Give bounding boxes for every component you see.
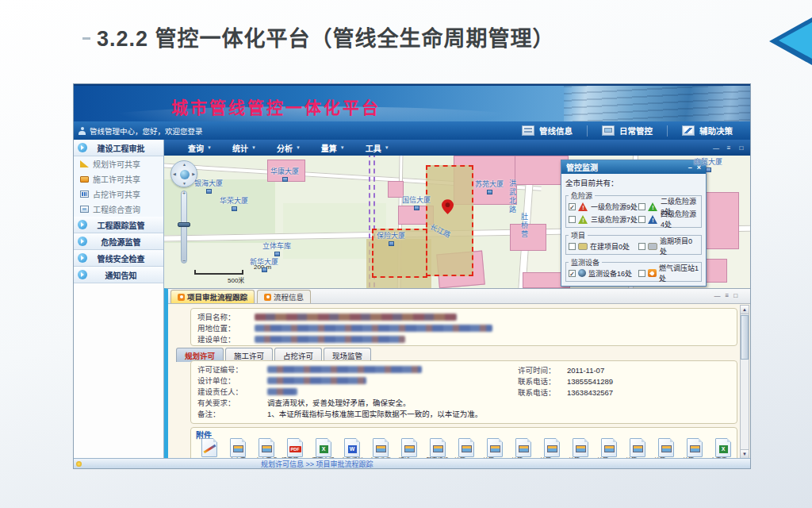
- chart-icon: [80, 190, 89, 198]
- monitor-item[interactable]: 逾期项目0处: [638, 241, 699, 252]
- sidebar: 建设工程审批规划许可共享施工许可共享占挖许可共享工程综合查询工程跟踪监管危险源监…: [74, 140, 164, 460]
- attachment-item[interactable]: 市政收费: [367, 438, 393, 460]
- warning-triangle-icon: !: [578, 214, 588, 224]
- pan-left-icon[interactable]: ◀: [173, 171, 176, 176]
- monitor-item[interactable]: 在建项目0处: [569, 241, 638, 252]
- map-pin-icon[interactable]: [442, 199, 454, 216]
- checkbox[interactable]: [638, 216, 645, 223]
- scroll-down-icon[interactable]: ▼: [741, 449, 749, 458]
- attachment-item[interactable]: X南京市规划局建设: [310, 438, 336, 460]
- top-nav: 管线信息日常管控辅助决策: [508, 121, 747, 140]
- checkbox[interactable]: [638, 203, 645, 210]
- vertical-scrollbar[interactable]: ▲ ▼: [740, 305, 749, 459]
- attachment-item[interactable]: 核算7.jpg: [653, 438, 679, 460]
- checkbox[interactable]: [569, 216, 576, 223]
- permit-fields-right: 许可时间：2011-11-07联系电话：13855541289联系电话：1363…: [518, 364, 613, 398]
- attachment-item[interactable]: 核算4.jpg: [567, 438, 593, 460]
- map-menu-1[interactable]: 统计▼: [232, 142, 256, 154]
- maximize-icon[interactable]: □: [737, 144, 745, 152]
- maximize-icon[interactable]: □: [733, 292, 737, 299]
- panel-minimize-icon[interactable]: –: [688, 164, 692, 171]
- checkbox[interactable]: ✓: [569, 203, 576, 210]
- scrollbar-thumb[interactable]: [741, 315, 749, 360]
- sidebar-item[interactable]: 施工许可共享: [74, 171, 163, 187]
- menu-icon[interactable]: ≡: [725, 292, 729, 299]
- attachment-item[interactable]: 通知.jpg: [396, 438, 422, 460]
- status-icon: [76, 461, 82, 467]
- map-building-label: 新华大厦: [250, 256, 278, 272]
- pan-right-icon[interactable]: ▶: [192, 171, 195, 176]
- field-label: 设计单位：: [197, 375, 267, 386]
- detail-tab-0[interactable]: 项目审批流程跟踪: [170, 290, 255, 303]
- map-menu-4[interactable]: 工具▼: [366, 142, 389, 154]
- map-menu-2[interactable]: 分析▼: [277, 142, 301, 154]
- welcome-bar: 管线管理中心，您好，欢迎您登录: [79, 125, 508, 137]
- top-nav-item-1[interactable]: 日常管控: [588, 125, 667, 137]
- map-menu-3[interactable]: 量算▼: [321, 142, 345, 154]
- menu-icon[interactable]: ≡: [725, 144, 733, 152]
- zoom-in-icon[interactable]: +: [182, 190, 186, 196]
- zoom-out-icon[interactable]: −: [182, 258, 186, 264]
- sidebar-item[interactable]: 工程综合查询: [74, 202, 163, 217]
- permit-info-box: 许可证编号：设计单位：建设责任人：有关要求：调查清现状，妥善处理好矛盾，确保安全…: [190, 360, 737, 424]
- checkbox[interactable]: ✓: [569, 270, 576, 277]
- sidebar-group-header[interactable]: 危险源监管: [74, 233, 163, 250]
- pan-up-icon[interactable]: ▲: [182, 162, 186, 167]
- field-row: 建设责任人：: [197, 386, 730, 397]
- sidebar-item[interactable]: 占挖许可共享: [74, 187, 163, 202]
- map-menu-0[interactable]: 查询▼: [188, 142, 212, 154]
- sidebar-group-header[interactable]: 建设工程审批: [74, 140, 163, 156]
- attachment-item[interactable]: 核算.JPG: [453, 438, 479, 460]
- monitor-item[interactable]: ✓监测设备16处: [569, 267, 638, 279]
- field-label: 许可证编号：: [197, 364, 267, 375]
- attachment-item[interactable]: 核算6.jpg: [624, 438, 650, 460]
- map-menu-label: 查询: [188, 142, 204, 154]
- minimize-icon[interactable]: —: [714, 292, 720, 299]
- map-pan-control[interactable]: ▲ ▼ ◀ ▶: [170, 160, 197, 187]
- attachment-item[interactable]: 核算3.jpg: [538, 438, 565, 460]
- sidebar-group-header[interactable]: 通知告知: [74, 267, 163, 283]
- map-canvas[interactable]: ▲ ▼ ◀ ▶ + − 500米 200 m: [164, 156, 750, 288]
- attachment-item[interactable]: 电力要点: [253, 438, 279, 460]
- attachment-item[interactable]: X自审表.xls: [710, 438, 736, 460]
- checkbox[interactable]: [569, 243, 576, 250]
- building-icon: [282, 177, 288, 182]
- detail-panel: 项目审批流程跟踪流程信息 — ≡ □ 项目名称：用地位置：建设单位： 规划许可施…: [164, 288, 750, 460]
- scroll-up-icon[interactable]: ▲: [741, 306, 749, 314]
- attachment-item[interactable]: 核算1.jpg: [481, 438, 508, 460]
- field-row: 用地位置：: [197, 322, 730, 333]
- sidebar-group-header[interactable]: 管线安全检查: [74, 250, 163, 267]
- field-value: 2011-11-07: [567, 366, 604, 375]
- monitor-item-label: 三级危险源7处: [591, 214, 638, 225]
- attachment-item[interactable]: PDF建字第200103204112176: [282, 438, 308, 460]
- monitor-item[interactable]: !四级危险源4处: [638, 214, 699, 225]
- checkbox[interactable]: [638, 270, 645, 277]
- arrow-icon: [81, 222, 84, 227]
- attachment-item[interactable]: 核算5.jpg: [596, 438, 622, 460]
- attachment-item[interactable]: 新宇组织: [424, 438, 450, 460]
- monitor-item[interactable]: ✓!一级危险源9处: [569, 201, 638, 212]
- minimize-icon[interactable]: —: [712, 144, 720, 152]
- monitor-item[interactable]: 燃气调压站1处: [638, 267, 699, 279]
- attachment-item[interactable]: 核算2.jpg: [510, 438, 536, 460]
- zoom-slider[interactable]: + −: [181, 190, 187, 264]
- attachment-item[interactable]: W市政规划许可证书: [339, 438, 365, 460]
- sidebar-item[interactable]: 规划许可共享: [74, 156, 163, 171]
- redacted-value: [267, 388, 297, 395]
- monitor-item-label: 一级危险源9处: [591, 202, 638, 212]
- checkbox[interactable]: [638, 243, 645, 250]
- top-nav-item-2[interactable]: 辅助决策: [668, 125, 747, 137]
- top-nav-item-0[interactable]: 管线信息: [508, 125, 587, 137]
- attachment-item[interactable]: 11-3309;南京…: [196, 438, 222, 460]
- monitor-group-label: 危险源: [569, 190, 595, 201]
- detail-tab-1[interactable]: 流程信息: [257, 290, 311, 303]
- sidebar-group-header[interactable]: 工程跟踪监管: [74, 217, 163, 233]
- sidebar-item-label: 施工许可共享: [93, 173, 140, 185]
- exclaim-glyph: !: [578, 217, 588, 224]
- zoom-slider-thumb[interactable]: [178, 222, 190, 227]
- attachment-item[interactable]: 电力要: [224, 438, 251, 460]
- attachment-item[interactable]: 核算8.jpg: [681, 438, 707, 460]
- pan-down-icon[interactable]: ▼: [182, 181, 186, 186]
- monitor-item[interactable]: !三级危险源7处: [569, 214, 638, 225]
- archive-icon: [522, 125, 534, 136]
